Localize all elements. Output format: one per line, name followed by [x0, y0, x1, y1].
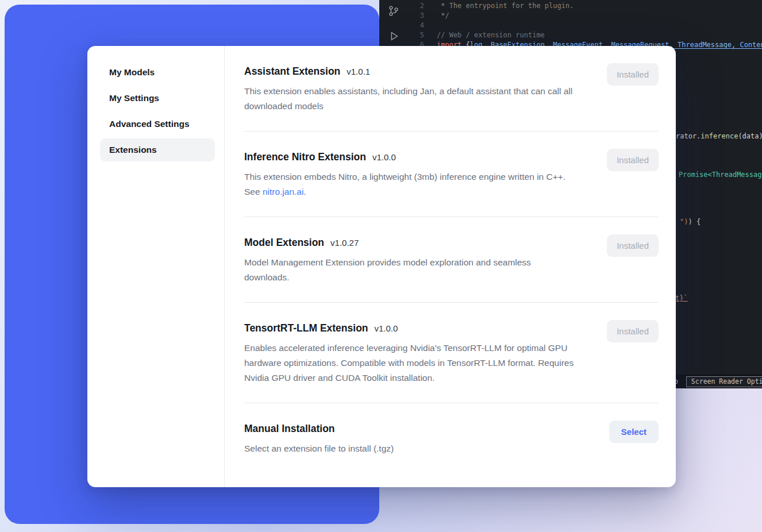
- line-number: 4: [379, 21, 424, 30]
- extension-version: v1.0.0: [372, 152, 396, 162]
- line-number: 2: [379, 1, 424, 11]
- screen-reader-optimized-badge[interactable]: Screen Reader Optimize: [686, 376, 762, 387]
- code-line: 5// Web / extension runtime: [379, 30, 762, 40]
- extension-version: v1.0.27: [330, 238, 359, 248]
- extensions-list: Assistant Extension v1.0.1 This extensio…: [225, 46, 676, 487]
- manual-installation-title: Manual Installation: [244, 421, 335, 437]
- extension-title: TensortRT-LLM Extension: [244, 320, 368, 336]
- code-line: 2 * The entrypoint for the plugin.: [379, 1, 762, 11]
- settings-modal: My Models My Settings Advanced Settings …: [87, 46, 676, 487]
- extension-description: Model Management Extension provides mode…: [244, 255, 576, 285]
- line-number: 3: [379, 11, 424, 21]
- code-fragment: t}`: [675, 294, 688, 303]
- select-file-button[interactable]: Select: [609, 421, 659, 443]
- line-number: 5: [379, 30, 424, 40]
- extension-version: v1.0.0: [375, 323, 398, 333]
- sidebar-item-my-models[interactable]: My Models: [100, 61, 215, 84]
- sidebar-item-extensions[interactable]: Extensions: [100, 138, 215, 161]
- settings-sidebar: My Models My Settings Advanced Settings …: [87, 46, 225, 487]
- code-fragment: ")) {: [680, 217, 701, 226]
- code-text: [424, 21, 437, 30]
- code-line: 4: [379, 21, 762, 30]
- nitro-jan-ai-link[interactable]: nitro.jan.ai.: [263, 187, 306, 196]
- code-line: 3 */: [379, 11, 762, 21]
- code-block: 2 * The entrypoint for the plugin. 3 */ …: [379, 1, 762, 50]
- installed-button[interactable]: Installed: [607, 63, 659, 86]
- extension-title: Inference Nitro Extension: [244, 149, 366, 165]
- sidebar-item-advanced-settings[interactable]: Advanced Settings: [100, 113, 215, 136]
- extension-tensorrt-llm: TensortRT-LLM Extension v1.0.0 Enables a…: [244, 303, 659, 403]
- extension-version: v1.0.1: [347, 67, 370, 76]
- installed-button[interactable]: Installed: [607, 149, 659, 171]
- desktop: 2 * The entrypoint for the plugin. 3 */ …: [0, 0, 762, 532]
- manual-installation-description: Select an extension file to install (.tg…: [244, 441, 576, 456]
- extension-title: Assistant Extension: [244, 63, 340, 79]
- extension-description: Enables accelerated inference leveraging…: [244, 341, 576, 385]
- code-fragment: Promise<ThreadMessage>: [679, 170, 762, 179]
- extension-description: This extension enables assistants, inclu…: [244, 84, 576, 114]
- extension-assistant: Assistant Extension v1.0.1 This extensio…: [244, 46, 659, 132]
- extension-title: Model Extension: [244, 234, 324, 250]
- installed-button[interactable]: Installed: [607, 320, 659, 342]
- manual-installation: Manual Installation Select an extension …: [244, 403, 659, 473]
- extension-description: This extension embeds Nitro, a lightweig…: [244, 169, 576, 199]
- code-text: // Web / extension runtime: [424, 30, 545, 40]
- code-fragment: rator.inference(data));: [676, 132, 762, 141]
- installed-button[interactable]: Installed: [607, 234, 659, 257]
- code-text: */: [424, 11, 449, 21]
- sidebar-item-my-settings[interactable]: My Settings: [100, 87, 215, 110]
- code-text: * The entrypoint for the plugin.: [424, 1, 574, 11]
- extension-inference-nitro: Inference Nitro Extension v1.0.0 This ex…: [244, 132, 659, 217]
- extension-model: Model Extension v1.0.27 Model Management…: [244, 217, 659, 303]
